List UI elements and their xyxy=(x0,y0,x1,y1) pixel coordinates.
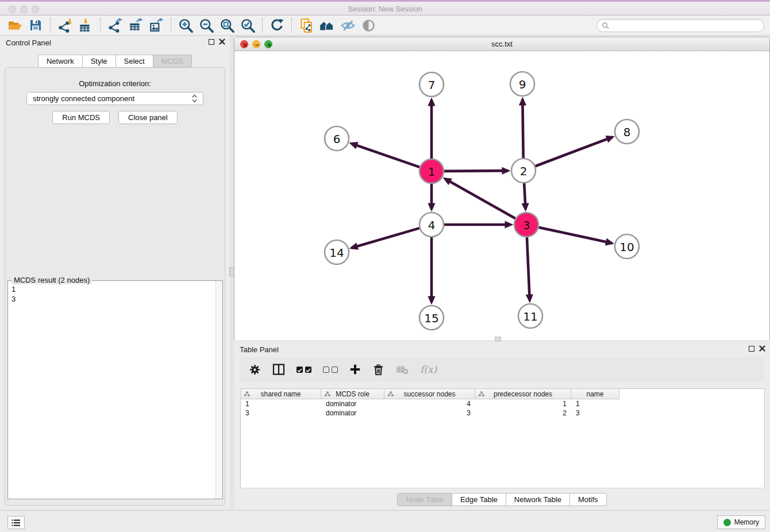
node-label: 10 xyxy=(619,240,634,254)
network-canvas[interactable]: 7968124314101511 xyxy=(234,51,769,340)
tab-style[interactable]: Style xyxy=(83,55,116,68)
node-7[interactable]: 7 xyxy=(419,72,444,97)
cell-name[interactable]: 1 xyxy=(571,399,619,408)
table-tabs: Node TableEdge TableNetwork TableMotifs xyxy=(234,493,770,506)
close-table-panel-icon[interactable] xyxy=(759,345,765,352)
edge-2-8[interactable] xyxy=(536,137,613,167)
graph-edges[interactable] xyxy=(352,99,613,302)
search-input[interactable] xyxy=(612,21,759,29)
node-3[interactable]: 3 xyxy=(514,213,538,237)
cell-shared-name[interactable]: 1 xyxy=(241,399,321,408)
task-history-button[interactable] xyxy=(7,516,25,529)
node-9[interactable]: 9 xyxy=(510,72,534,96)
network-from-selection-icon[interactable] xyxy=(297,17,315,34)
zoom-fit-icon[interactable] xyxy=(218,17,236,34)
mcds-result-text[interactable]: 1 3 xyxy=(8,282,215,499)
tab-network-table[interactable]: Network Table xyxy=(506,493,570,506)
first-neighbors-icon[interactable] xyxy=(318,17,336,34)
cell-mcds-role[interactable]: dominator xyxy=(321,408,384,418)
tab-select[interactable]: Select xyxy=(116,55,153,68)
edge-1-6[interactable] xyxy=(352,144,420,167)
export-network-icon[interactable] xyxy=(106,17,124,34)
node-8[interactable]: 8 xyxy=(615,119,639,144)
delete-column-icon[interactable] xyxy=(372,364,384,376)
column-header-shared-name[interactable]: shared name xyxy=(241,389,321,399)
add-column-icon[interactable] xyxy=(349,364,361,375)
memory-status-icon xyxy=(723,519,731,526)
cell-predecessor-nodes[interactable]: 1 xyxy=(475,399,571,408)
edge-3-11[interactable] xyxy=(527,237,530,300)
window-title: Session: New Session xyxy=(0,5,770,13)
node-1[interactable]: 1 xyxy=(419,159,444,183)
column-header-successor-nodes[interactable]: successor nodes xyxy=(384,389,475,399)
column-header-mcds-role[interactable]: MCDS role xyxy=(321,389,384,399)
deselect-all-icon[interactable] xyxy=(323,367,338,373)
table-row[interactable]: 3dominator323 xyxy=(241,408,764,418)
appearance-icon[interactable] xyxy=(359,17,378,34)
node-table[interactable]: shared nameMCDS rolesuccessor nodesprede… xyxy=(240,388,765,488)
tab-node-table[interactable]: Node Table xyxy=(397,493,452,506)
export-image-icon[interactable] xyxy=(147,17,165,34)
close-panel-button[interactable]: Close panel xyxy=(118,111,178,124)
network-view-title: scc.txt xyxy=(234,40,769,48)
network-window-titlebar[interactable]: scc.txt xyxy=(234,37,769,51)
zoom-out-icon[interactable] xyxy=(197,17,215,34)
cell-successor-nodes[interactable]: 4 xyxy=(384,399,475,408)
node-4[interactable]: 4 xyxy=(419,213,444,237)
node-2[interactable]: 2 xyxy=(511,159,536,183)
column-header-name[interactable]: name xyxy=(571,389,619,399)
save-session-icon[interactable] xyxy=(26,17,45,34)
edge-2-9[interactable] xyxy=(522,99,523,158)
edge-3-1[interactable] xyxy=(445,179,515,218)
tab-mcds[interactable]: MCDS xyxy=(153,55,192,68)
edge-4-14[interactable] xyxy=(352,228,419,248)
import-table-icon[interactable] xyxy=(76,17,95,34)
node-label: 8 xyxy=(623,125,631,139)
node-label: 9 xyxy=(519,78,526,91)
refresh-icon[interactable] xyxy=(268,17,286,34)
mcds-result-scrollbar[interactable] xyxy=(215,281,222,499)
column-header-predecessor-nodes[interactable]: predecessor nodes xyxy=(475,389,571,399)
node-11[interactable]: 11 xyxy=(518,304,542,328)
search-icon xyxy=(602,22,609,29)
hide-selected-icon[interactable] xyxy=(338,17,357,34)
network-view-window: scc.txt 7968124314101511 xyxy=(234,37,770,340)
node-label: 2 xyxy=(520,164,528,178)
run-mcds-button[interactable]: Run MCDS xyxy=(52,111,110,124)
horizontal-splitter-handle[interactable] xyxy=(495,337,501,341)
tab-edge-table[interactable]: Edge Table xyxy=(452,493,506,506)
select-stepper-icon xyxy=(192,94,197,103)
columns-icon[interactable] xyxy=(272,363,285,376)
cell-name[interactable]: 3 xyxy=(571,408,619,418)
node-10[interactable]: 10 xyxy=(615,234,639,259)
node-6[interactable]: 6 xyxy=(325,126,349,151)
float-table-panel-icon[interactable] xyxy=(749,346,754,352)
cell-mcds-role[interactable]: dominator xyxy=(321,399,384,408)
cell-predecessor-nodes[interactable]: 2 xyxy=(475,408,571,418)
node-15[interactable]: 15 xyxy=(419,306,444,330)
import-network-icon[interactable] xyxy=(56,17,74,34)
settings-gear-icon[interactable] xyxy=(249,364,261,376)
table-row[interactable]: 1dominator411 xyxy=(241,399,764,408)
edge-1-2[interactable] xyxy=(444,171,508,171)
delete-table-icon[interactable] xyxy=(396,363,409,376)
search-box[interactable] xyxy=(596,19,764,32)
zoom-in-icon[interactable] xyxy=(176,17,195,34)
zoom-selected-icon[interactable] xyxy=(238,17,257,34)
cell-successor-nodes[interactable]: 3 xyxy=(384,408,475,418)
float-panel-icon[interactable] xyxy=(209,39,214,45)
open-session-icon[interactable] xyxy=(6,17,24,34)
tab-network[interactable]: Network xyxy=(38,55,83,68)
memory-button[interactable]: Memory xyxy=(717,515,765,529)
cell-shared-name[interactable]: 3 xyxy=(241,408,321,418)
criterion-selected-value: strongly connected component xyxy=(33,94,192,103)
criterion-select[interactable]: strongly connected component xyxy=(26,92,203,105)
export-table-icon[interactable] xyxy=(126,17,145,34)
close-panel-icon[interactable] xyxy=(219,38,225,45)
node-14[interactable]: 14 xyxy=(325,240,349,264)
edge-3-10[interactable] xyxy=(538,228,611,244)
tab-motifs[interactable]: Motifs xyxy=(570,493,607,506)
select-all-icon[interactable] xyxy=(297,367,311,373)
edge-2-3[interactable] xyxy=(524,183,525,209)
function-builder-icon[interactable]: f(x) xyxy=(420,364,437,375)
